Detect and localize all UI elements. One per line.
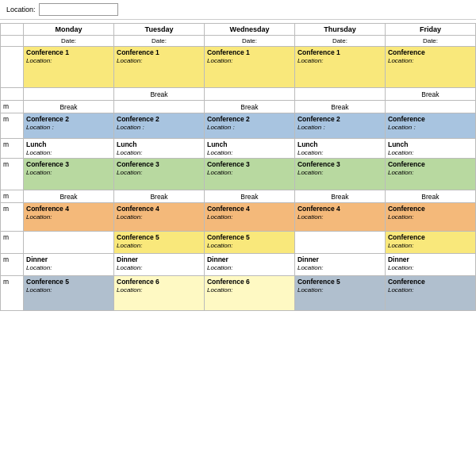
thursday-header: Thursday xyxy=(294,24,385,36)
tuesday-date: Date: xyxy=(114,36,205,47)
break-tue-1: Break xyxy=(114,88,205,101)
break-thu-2: Break xyxy=(294,101,385,113)
conf2-mon: Conference 2 Location : xyxy=(24,113,114,139)
table-row: m Conference 4 Location: Conference 4 Lo… xyxy=(1,203,476,232)
time-cell: m xyxy=(1,190,24,203)
table-row: m Conference 2 Location : Conference 2 L… xyxy=(1,113,476,139)
conf5last-fri: Conference Location: xyxy=(385,276,475,311)
conf5last-mon: Conference 5 Location: xyxy=(24,276,114,311)
wednesday-header: Wednesday xyxy=(204,24,294,36)
dinner-fri: Dinner Location: xyxy=(385,254,475,276)
break-thu-3: Break xyxy=(294,190,385,203)
conf3-tue: Conference 3 Location: xyxy=(114,159,205,190)
time-cell: m xyxy=(1,159,24,190)
table-row: Conference 1 Location: Conference 1 Loca… xyxy=(1,47,476,88)
header-section: Location: xyxy=(0,0,476,20)
dinner-mon: Dinner Location: xyxy=(24,254,114,276)
conf1-mon: Conference 1 Location: xyxy=(24,47,114,88)
conf2-fri: Conference Location : xyxy=(385,113,475,139)
lunch-thu: Lunch Location: xyxy=(294,139,385,159)
conf3-thu: Conference 3 Location: xyxy=(294,159,385,190)
table-row: m Conference 3 Location: Conference 3 Lo… xyxy=(1,159,476,190)
conf6-wed: Conference 6 Location: xyxy=(204,276,294,311)
conf5sub-thu xyxy=(294,232,385,254)
dinner-thu: Dinner Location: xyxy=(294,254,385,276)
table-row: m Conference 5 Location: Conference 5 Lo… xyxy=(1,232,476,254)
location-input[interactable] xyxy=(39,3,118,16)
tuesday-header: Tuesday xyxy=(114,24,205,36)
time-cell: m xyxy=(1,101,24,113)
friday-date: Date: xyxy=(385,36,475,47)
header-row: Monday Tuesday Wednesday Thursday Friday xyxy=(1,24,476,36)
table-row: Break Break xyxy=(1,88,476,101)
conf2-tue: Conference 2 Location : xyxy=(114,113,205,139)
time-cell: m xyxy=(1,203,24,232)
table-row: m Lunch Location: Lunch Location: Lunch … xyxy=(1,139,476,159)
conf1-wed: Conference 1 Location: xyxy=(204,47,294,88)
break-mon-1 xyxy=(24,88,114,101)
conf5sub-tue: Conference 5 Location: xyxy=(114,232,205,254)
break-tue-2 xyxy=(114,101,205,113)
time-cell: m xyxy=(1,139,24,159)
break-tue-3: Break xyxy=(114,190,205,203)
conf4-fri: Conference Location: xyxy=(385,203,475,232)
conf3-mon: Conference 3 Location: xyxy=(24,159,114,190)
lunch-mon: Lunch Location: xyxy=(24,139,114,159)
break-fri-3: Break xyxy=(385,190,475,203)
conf3-wed: Conference 3 Location: xyxy=(204,159,294,190)
location-label: Location: xyxy=(6,6,36,13)
wednesday-date: Date: xyxy=(204,36,294,47)
lunch-wed: Lunch Location: xyxy=(204,139,294,159)
break-fri-2 xyxy=(385,101,475,113)
conf1-thu: Conference 1 Location: xyxy=(294,47,385,88)
time-cell: m xyxy=(1,232,24,254)
monday-date: Date: xyxy=(24,36,114,47)
time-cell xyxy=(1,47,24,88)
table-row: m Break Break Break Break Break xyxy=(1,190,476,203)
conf2-wed: Conference 2 Location : xyxy=(204,113,294,139)
conf3-fri: Conference Location: xyxy=(385,159,475,190)
time-cell: m xyxy=(1,254,24,276)
lunch-fri: Lunch Location: xyxy=(385,139,475,159)
time-cell: m xyxy=(1,276,24,311)
time-cell: m xyxy=(1,113,24,139)
break-thu-1 xyxy=(294,88,385,101)
monday-header: Monday xyxy=(24,24,114,36)
time-cell xyxy=(1,88,24,101)
schedule-table: Monday Tuesday Wednesday Thursday Friday… xyxy=(0,23,476,311)
conf5last-thu: Conference 5 Location: xyxy=(294,276,385,311)
conf2-thu: Conference 2 Location : xyxy=(294,113,385,139)
break-wed-3: Break xyxy=(204,190,294,203)
conf4-mon: Conference 4 Location: xyxy=(24,203,114,232)
break-wed-1 xyxy=(204,88,294,101)
conf4-thu: Conference 4 Location: xyxy=(294,203,385,232)
conf4-wed: Conference 4 Location: xyxy=(204,203,294,232)
friday-header: Friday xyxy=(385,24,475,36)
conf1-tue: Conference 1 Location: xyxy=(114,47,205,88)
break-mon-2: Break xyxy=(24,101,114,113)
conf6-tue: Conference 6 Location: xyxy=(114,276,205,311)
table-row: m Conference 5 Location: Conference 6 Lo… xyxy=(1,276,476,311)
conf5sub-wed: Conference 5 Location: xyxy=(204,232,294,254)
dinner-wed: Dinner Location: xyxy=(204,254,294,276)
break-mon-3: Break xyxy=(24,190,114,203)
table-row: m Break Break Break xyxy=(1,101,476,113)
conf1-fri: Conference Location: xyxy=(385,47,475,88)
thursday-date: Date: xyxy=(294,36,385,47)
date-row: Date: Date: Date: Date: Date: xyxy=(1,36,476,47)
table-row: m Dinner Location: Dinner Location: Dinn… xyxy=(1,254,476,276)
lunch-tue: Lunch Location: xyxy=(114,139,205,159)
conf5sub-fri: Conference Location: xyxy=(385,232,475,254)
conf4-tue: Conference 4 Location: xyxy=(114,203,205,232)
time-header xyxy=(1,24,24,36)
break-fri-1: Break xyxy=(385,88,475,101)
date-time-empty xyxy=(1,36,24,47)
dinner-tue: Dinner Location: xyxy=(114,254,205,276)
break-wed-2: Break xyxy=(204,101,294,113)
conf5sub-mon xyxy=(24,232,114,254)
